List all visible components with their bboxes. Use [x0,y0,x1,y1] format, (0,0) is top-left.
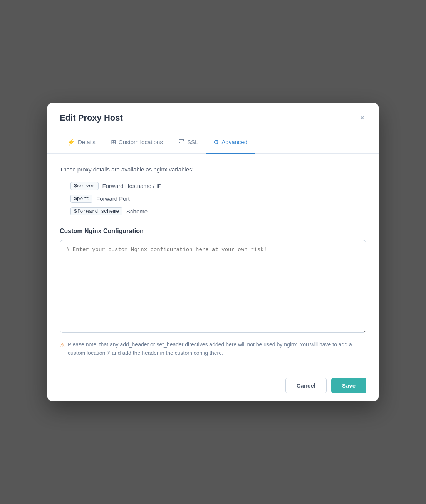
variable-badge-port: $port [70,195,92,203]
modal-title: Edit Proxy Host [60,113,123,123]
tab-details[interactable]: ⚡ Details [60,131,103,154]
modal-overlay: Edit Proxy Host × ⚡ Details ⊞ Custom loc… [0,0,426,504]
warning-container: ⚠ Please note, that any add_header or se… [60,340,366,358]
tab-advanced[interactable]: ⚙ Advanced [206,131,255,154]
tab-custom-locations[interactable]: ⊞ Custom locations [103,131,171,154]
warning-icon: ⚠ [60,341,65,350]
tab-details-label: Details [78,139,96,145]
tabs-container: ⚡ Details ⊞ Custom locations 🛡 SSL ⚙ Adv… [47,131,379,154]
details-icon: ⚡ [67,138,75,146]
variable-badge-server: $server [70,182,99,190]
tab-ssl-label: SSL [187,139,198,145]
modal-body: These proxy details are available as ngi… [47,154,379,370]
list-item: $port Forward Port [70,195,366,203]
tab-ssl[interactable]: 🛡 SSL [171,131,206,153]
modal-footer: Cancel Save [47,370,379,401]
variable-badge-forward-scheme: $forward_scheme [70,207,122,215]
variable-description-forward-scheme: Scheme [126,208,148,215]
tab-custom-locations-label: Custom locations [119,139,163,145]
modal-header: Edit Proxy Host × [47,103,379,131]
section-title: Custom Nginx Configuration [60,228,366,235]
list-item: $forward_scheme Scheme [70,207,366,215]
nginx-config-textarea[interactable] [60,240,366,333]
warning-text: Please note, that any add_header or set_… [68,340,366,358]
info-text: These proxy details are available as ngi… [60,166,366,173]
edit-proxy-host-modal: Edit Proxy Host × ⚡ Details ⊞ Custom loc… [47,103,379,402]
list-item: $server Forward Hostname / IP [70,182,366,190]
variable-description-server: Forward Hostname / IP [102,183,162,189]
save-button[interactable]: Save [331,378,366,393]
cancel-button[interactable]: Cancel [285,378,327,393]
close-button[interactable]: × [358,112,366,124]
variables-list: $server Forward Hostname / IP $port Forw… [60,182,366,215]
advanced-icon: ⚙ [213,138,219,146]
variable-description-port: Forward Port [96,195,130,202]
custom-locations-icon: ⊞ [111,138,116,146]
ssl-icon: 🛡 [178,138,184,145]
tab-advanced-label: Advanced [221,139,247,145]
